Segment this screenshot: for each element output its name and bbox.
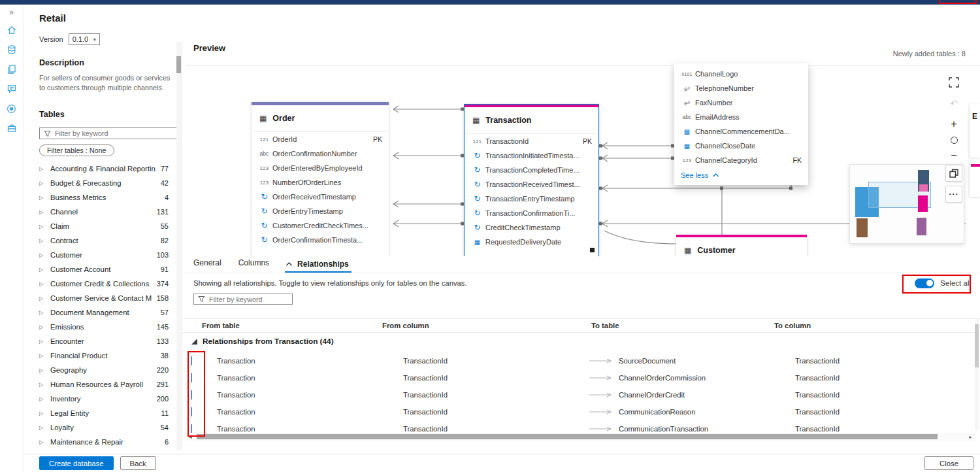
- table-category-row[interactable]: ▷ Accounting & Financial Reporting 77: [39, 161, 179, 176]
- expand-chevron-icon[interactable]: ▷: [39, 209, 45, 215]
- expand-chevron-icon[interactable]: ▷: [39, 382, 45, 388]
- tab-general[interactable]: General: [193, 258, 221, 273]
- expand-chevron-icon[interactable]: ▷: [39, 195, 45, 201]
- table-category-row[interactable]: ▷ Geography 220: [39, 363, 179, 377]
- table-category-row[interactable]: ▷ Encounter 133: [39, 334, 179, 348]
- undo-button[interactable]: ↶: [945, 95, 962, 112]
- expand-chevron-icon[interactable]: ▷: [39, 396, 45, 402]
- scrollbar-thumb[interactable]: [975, 324, 979, 367]
- column-row[interactable]: ↻ CustomerCreditCheckTimes...: [252, 218, 389, 233]
- table-category-row[interactable]: ▷ Customer Credit & Collections 374: [39, 277, 179, 291]
- tab-relationships[interactable]: Relationships: [297, 260, 349, 269]
- table-category-row[interactable]: ▷ Inventory 200: [39, 392, 179, 406]
- column-row[interactable]: ↻ TransactionEntryTimestamp: [465, 192, 598, 206]
- zoom-reset-button[interactable]: [945, 131, 962, 148]
- expand-chevron-icon[interactable]: ▷: [39, 224, 45, 229]
- table-category-row[interactable]: ▷ Customer Service & Contact Man... 158: [39, 291, 179, 305]
- table-card-transaction[interactable]: ▦ Transaction 121 TransactionId PK ↻ Tra…: [464, 104, 599, 263]
- row-checkbox[interactable]: [191, 373, 192, 382]
- expand-chevron-icon[interactable]: ▷: [39, 339, 45, 345]
- zoom-in-button[interactable]: +: [945, 116, 962, 133]
- table-category-row[interactable]: ▷ Maintenance & Repair 6: [39, 435, 179, 449]
- collapse-panel-icon[interactable]: [286, 257, 292, 269]
- tables-filter-input[interactable]: Filter by keyword: [39, 127, 178, 139]
- row-checkbox[interactable]: [191, 407, 192, 416]
- column-row[interactable]: ▦ ChannelCommencementDa...: [674, 124, 808, 139]
- column-row[interactable]: 123 NumberOfOrderLines: [252, 175, 389, 190]
- table-category-row[interactable]: ▷ Emissions 145: [39, 320, 179, 334]
- expand-rail-icon[interactable]: »: [0, 5, 24, 20]
- relationship-row[interactable]: Transaction TransactionId SourceDocument…: [182, 352, 980, 369]
- zoom-out-button[interactable]: −: [945, 147, 962, 164]
- database-icon[interactable]: [0, 40, 24, 59]
- version-select[interactable]: 0.1.0 ▾: [69, 33, 100, 45]
- table-category-row[interactable]: ▷ Financial Product 38: [39, 348, 179, 363]
- expand-chevron-icon[interactable]: ▷: [39, 439, 45, 445]
- see-less-link[interactable]: See less: [674, 167, 808, 184]
- column-row[interactable]: ↻ OrderConfirmationTimesta...: [252, 233, 389, 247]
- more-options-button[interactable]: ···: [945, 186, 962, 203]
- row-checkbox[interactable]: [191, 424, 192, 433]
- expand-chevron-icon[interactable]: ▷: [39, 238, 45, 244]
- row-checkbox[interactable]: [191, 390, 192, 399]
- table-card-order[interactable]: ▦ Order 121 OrderId PK abc OrderConfirma…: [252, 102, 389, 265]
- create-database-button[interactable]: Create database: [39, 456, 114, 470]
- table-category-row[interactable]: ▷ Customer Account 91: [39, 262, 179, 277]
- scroll-right-icon[interactable]: ►: [968, 435, 973, 439]
- column-row[interactable]: ▦ ChannelCloseDate: [674, 139, 808, 153]
- relationships-filter-input[interactable]: Filter by keyword: [193, 294, 293, 305]
- column-row[interactable]: 123 ChannelCategoryId FK: [674, 153, 808, 167]
- column-row[interactable]: 121 OrderId PK: [252, 132, 389, 146]
- expand-chevron-icon[interactable]: ▷: [39, 295, 45, 301]
- expand-chevron-icon[interactable]: ▷: [39, 310, 45, 316]
- copy-button[interactable]: [945, 165, 962, 182]
- column-row[interactable]: abc EmailAddress: [674, 110, 808, 124]
- vertical-scrollbar[interactable]: [975, 319, 979, 430]
- column-row[interactable]: ↻ TransactionReceivedTimest...: [465, 177, 598, 192]
- table-category-row[interactable]: ▷ Loyalty 54: [39, 420, 179, 435]
- connection-handle[interactable]: [590, 248, 595, 252]
- relationship-row[interactable]: Transaction TransactionId ChannelOrderCo…: [182, 369, 980, 386]
- expand-chevron-icon[interactable]: ▷: [39, 411, 45, 416]
- scroll-left-icon[interactable]: ◄: [188, 435, 193, 439]
- expand-chevron-icon[interactable]: ▷: [39, 281, 45, 287]
- fit-to-screen-button[interactable]: [945, 74, 962, 91]
- compass-icon[interactable]: [0, 99, 24, 118]
- toolbox-icon[interactable]: [0, 118, 24, 138]
- relationship-row[interactable]: Transaction TransactionId CommunicationR…: [182, 403, 980, 420]
- column-row[interactable]: 123 OrderEnteredByEmployeeId: [252, 161, 389, 175]
- table-category-row[interactable]: ▷ Contract 82: [39, 233, 179, 248]
- home-icon[interactable]: [0, 20, 24, 40]
- expand-chevron-icon[interactable]: ▷: [39, 166, 45, 172]
- horizontal-scrollbar[interactable]: ◄ ►: [186, 433, 975, 441]
- column-row[interactable]: ↻ CreditCheckTimestamp: [465, 220, 598, 235]
- expand-chevron-icon[interactable]: ▷: [39, 267, 45, 273]
- expand-chevron-icon[interactable]: ▷: [39, 180, 45, 186]
- expand-chevron-icon[interactable]: ▷: [39, 367, 45, 373]
- column-row[interactable]: ↻ TransactionCompletedTime...: [465, 163, 598, 177]
- table-category-row[interactable]: ▷ Legal Entity 11: [39, 406, 179, 420]
- table-category-row[interactable]: ▷ Budget & Forecasting 42: [39, 176, 179, 190]
- back-button[interactable]: Back: [120, 456, 156, 470]
- relationship-row[interactable]: Transaction TransactionId ChannelOrderCr…: [182, 386, 980, 403]
- er-diagram-canvas[interactable]: ▦ Order 121 OrderId PK abc OrderConfirma…: [186, 65, 980, 256]
- tab-columns[interactable]: Columns: [238, 258, 269, 273]
- table-category-row[interactable]: ▷ Business Metrics 4: [39, 190, 179, 205]
- column-row[interactable]: eˣ FaxNumber: [674, 95, 808, 110]
- documents-icon[interactable]: [0, 59, 24, 79]
- close-button[interactable]: Close: [924, 456, 973, 470]
- column-row[interactable]: ↻ TransactionConfirmationTi...: [465, 206, 598, 220]
- column-row[interactable]: ↻ OrderReceivedTimestamp: [252, 190, 389, 204]
- scrollbar-thumb[interactable]: [197, 434, 938, 439]
- sidebar-scrollbar[interactable]: [176, 42, 181, 450]
- column-row[interactable]: abc OrderConfirmationNumber: [252, 146, 389, 161]
- column-row[interactable]: ↻ TransactionInitiatedTimesta...: [465, 148, 598, 163]
- table-category-row[interactable]: ▷ Claim 55: [39, 219, 179, 233]
- column-row[interactable]: eˣ TelephoneNumber: [674, 81, 808, 95]
- column-row[interactable]: 121 TransactionId PK: [465, 134, 598, 148]
- expand-chevron-icon[interactable]: ▷: [39, 425, 45, 431]
- select-all-toggle[interactable]: [915, 278, 934, 288]
- expand-chevron-icon[interactable]: ▷: [39, 353, 45, 359]
- chat-icon[interactable]: [0, 79, 24, 99]
- column-row[interactable]: ▦ RequestedDeliveryDate: [465, 235, 598, 249]
